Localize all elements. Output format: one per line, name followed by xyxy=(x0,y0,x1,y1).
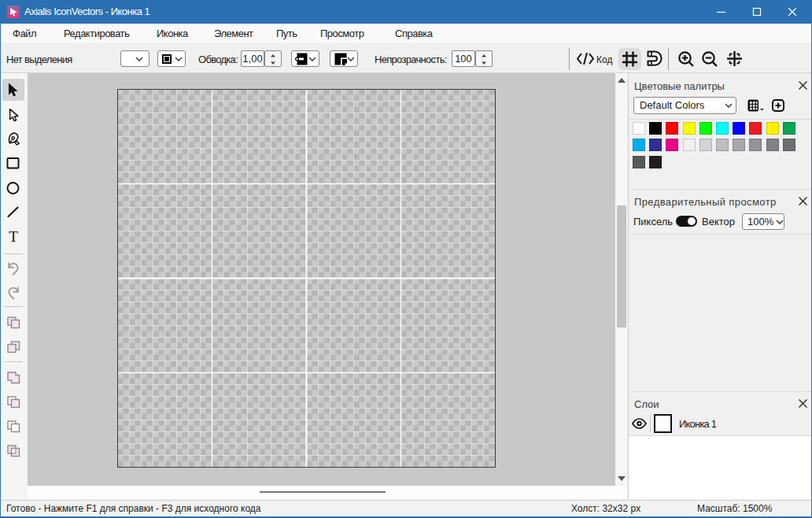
svg-text:T: T xyxy=(9,230,18,243)
